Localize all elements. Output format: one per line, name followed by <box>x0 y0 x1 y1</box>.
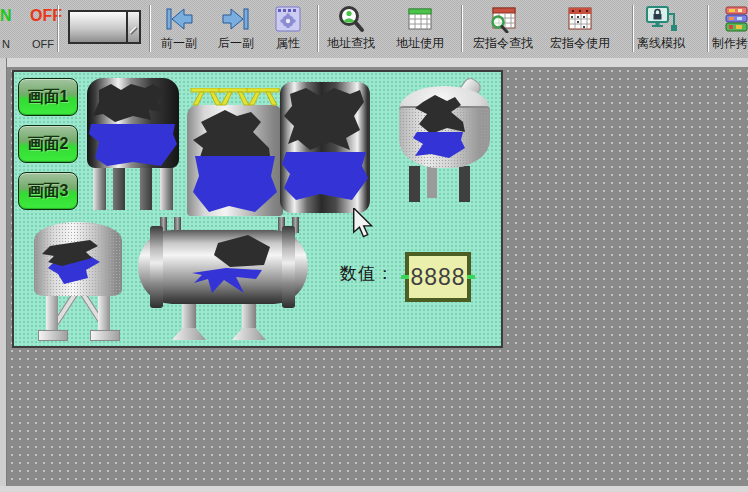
toolbar-separator <box>707 5 709 52</box>
off-button-label: OFF <box>32 38 54 50</box>
on-button-glyph: N <box>0 7 12 25</box>
tank-contents <box>185 88 285 216</box>
screen-selector-combobox[interactable] <box>68 10 141 44</box>
tank-contents <box>130 217 315 341</box>
stacked-disks-icon <box>712 4 748 34</box>
offline-simulation-label: 离线模拟 <box>630 35 692 52</box>
selection-handle-right <box>467 275 475 279</box>
address-find-button[interactable]: 地址查找 <box>323 4 379 54</box>
green-table-icon <box>392 4 448 34</box>
screen2-label: 画面2 <box>28 134 69 155</box>
tank-domed-small[interactable] <box>397 78 492 202</box>
toolbar-separator <box>57 5 59 52</box>
tank-contents <box>397 78 492 202</box>
value-text-object[interactable]: 数值： <box>340 262 394 285</box>
offline-simulation-button[interactable]: 离线模拟 <box>630 4 692 54</box>
tank-dark-vertical[interactable] <box>87 78 179 210</box>
toolbar-lower-strip <box>0 58 748 67</box>
red-table-icon <box>545 4 615 34</box>
toolbar-separator <box>149 5 151 52</box>
macro-usage-button[interactable]: 宏指令使用 <box>545 4 615 54</box>
toolbar-separator <box>461 5 463 52</box>
address-usage-label: 地址使用 <box>392 35 448 52</box>
tank-silo-yellow-top[interactable] <box>185 88 285 216</box>
monitor-lock-icon <box>630 4 692 34</box>
properties-button[interactable]: 属性 <box>266 4 310 54</box>
tank-leg <box>113 166 125 210</box>
screen1-label: 画面1 <box>28 87 69 108</box>
tank-contents <box>87 78 179 170</box>
make-copy-button[interactable]: 制作拷 <box>712 4 748 54</box>
numeric-display-value: 8888 <box>410 264 465 291</box>
tank-leg <box>160 166 173 210</box>
macro-usage-label: 宏指令使用 <box>545 35 615 52</box>
toolbar: N N OFF OFF <box>0 0 748 59</box>
properties-label: 属性 <box>266 35 310 52</box>
tank-contents <box>28 218 128 342</box>
tank-contents <box>280 82 370 213</box>
hmi-editor-window: N N OFF OFF <box>0 0 748 492</box>
design-canvas[interactable]: 画面1 画面2 画面3 <box>12 70 503 348</box>
address-usage-button[interactable]: 地址使用 <box>392 4 448 54</box>
screen2-button[interactable]: 画面2 <box>18 125 78 163</box>
window-gear-icon <box>266 4 310 34</box>
address-find-label: 地址查找 <box>323 35 379 52</box>
table-magnifier-icon <box>468 4 538 34</box>
arrow-right-bar-icon <box>212 4 260 34</box>
arrow-left-bar-icon <box>155 4 203 34</box>
tank-dark-striped[interactable] <box>280 82 370 213</box>
tank-leg <box>93 166 106 210</box>
window-left-edge <box>0 58 7 486</box>
previous-frame-label: 前一副 <box>155 35 203 52</box>
combobox-drop-button[interactable] <box>126 12 139 42</box>
screen1-button[interactable]: 画面1 <box>18 78 78 116</box>
mouse-cursor <box>352 208 374 238</box>
window-bottom-strip <box>0 486 748 492</box>
toolbar-separator <box>317 5 319 52</box>
next-frame-label: 后一副 <box>212 35 260 52</box>
previous-frame-button[interactable]: 前一副 <box>155 4 203 54</box>
magnifier-person-icon <box>323 4 379 34</box>
combobox-grip-icon <box>128 12 139 42</box>
screen3-label: 画面3 <box>28 181 69 202</box>
make-copy-label: 制作拷 <box>712 35 748 52</box>
next-frame-button[interactable]: 后一副 <box>212 4 260 54</box>
numeric-display[interactable]: 8888 <box>405 252 471 302</box>
macro-find-label: 宏指令查找 <box>468 35 538 52</box>
tank-leg <box>140 166 152 210</box>
tank-braced-legs[interactable] <box>28 218 128 342</box>
on-button-label: N <box>2 38 10 50</box>
tank-horizontal[interactable] <box>130 217 315 341</box>
screen3-button[interactable]: 画面3 <box>18 172 78 210</box>
selection-handle-left <box>401 275 409 279</box>
macro-find-button[interactable]: 宏指令查找 <box>468 4 538 54</box>
